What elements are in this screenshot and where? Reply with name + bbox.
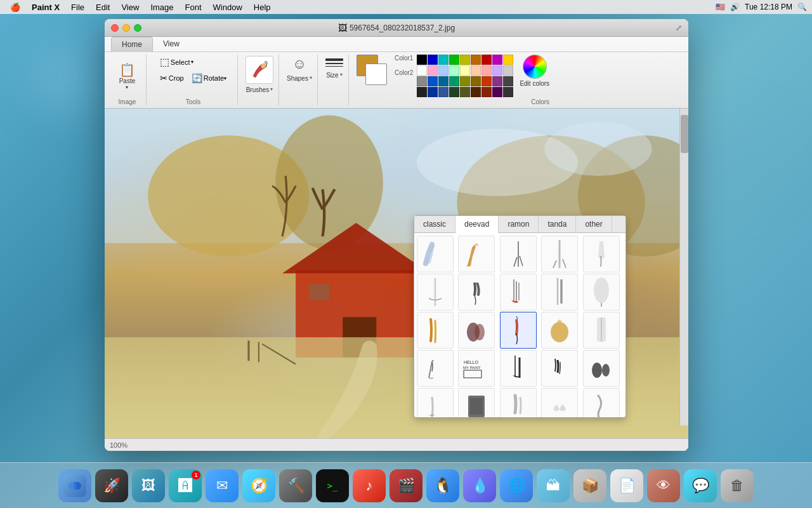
dock-item-launchpad[interactable]: 🚀: [95, 469, 128, 502]
dock-item-messages[interactable]: 💬: [684, 469, 717, 502]
color-grey-dk[interactable]: [503, 76, 513, 86]
color-grey-lt[interactable]: [503, 65, 513, 76]
brush-cell-1[interactable]: [417, 236, 454, 272]
shapes-panel[interactable]: ☺ Shapes ▾: [282, 55, 318, 105]
brush-cell-23[interactable]: [500, 388, 537, 417]
brush-cell-15[interactable]: [583, 312, 620, 349]
dock-item-browse[interactable]: 🌐: [500, 469, 533, 502]
brush-cell-5[interactable]: [583, 236, 620, 272]
menu-image[interactable]: Image: [145, 0, 178, 14]
color-charcoal[interactable]: [503, 87, 513, 97]
dock-item-photos[interactable]: 🖼: [132, 469, 165, 502]
brush-cell-9[interactable]: [541, 274, 578, 311]
color-teal-dk[interactable]: [438, 76, 449, 86]
color-pink-lt[interactable]: [428, 65, 438, 76]
color-olive-md[interactable]: [460, 76, 470, 86]
color-lavender[interactable]: [492, 65, 502, 76]
brushes-panel[interactable]: Brushes ▾: [240, 55, 279, 105]
dock-item-xcode[interactable]: 🔨: [279, 469, 312, 502]
color-magenta-dark[interactable]: [492, 55, 502, 65]
color-yellow-gold[interactable]: [503, 55, 513, 65]
color-purple-md[interactable]: [492, 76, 502, 86]
brush-cell-8[interactable]: [500, 274, 537, 311]
brush-cell-11[interactable]: [417, 312, 454, 349]
brush-cell-16[interactable]: [417, 350, 454, 387]
menu-help[interactable]: Help: [249, 0, 276, 14]
color-red-dark[interactable]: [481, 55, 492, 65]
color-brown-md[interactable]: [471, 76, 481, 86]
color-orange-dark[interactable]: [471, 55, 481, 65]
color-red-lt[interactable]: [481, 65, 492, 76]
dock-item-screen[interactable]: 🏔: [537, 469, 570, 502]
menu-edit[interactable]: Edit: [91, 0, 115, 14]
dock-item-dvd[interactable]: 🎬: [390, 469, 422, 502]
apple-menu[interactable]: 🍎: [5, 0, 25, 14]
brush-cell-7[interactable]: [458, 274, 495, 311]
brush-cell-2[interactable]: [458, 236, 495, 272]
color-cyan[interactable]: [438, 55, 449, 65]
size-panel[interactable]: Size ▾: [320, 55, 349, 105]
close-button[interactable]: [111, 24, 119, 32]
brush-tab-tanda[interactable]: tanda: [539, 216, 576, 232]
color-peach[interactable]: [471, 65, 481, 76]
color-green-md[interactable]: [449, 76, 459, 86]
brush-cell-20[interactable]: [583, 350, 620, 387]
dock-item-preview[interactable]: 👁: [647, 469, 680, 502]
color-maroon[interactable]: [481, 87, 492, 97]
maximize-button[interactable]: [134, 24, 141, 32]
brush-tab-other[interactable]: other: [576, 216, 612, 232]
dock-item-trash[interactable]: 🗑: [721, 469, 754, 502]
brush-cell-25[interactable]: [583, 388, 620, 417]
color-blue-lt[interactable]: [438, 65, 449, 76]
rotate-button[interactable]: 🔄 Rotate ▾: [189, 72, 229, 84]
dock-item-appstore[interactable]: 🅰 1: [169, 469, 202, 502]
color-wheel[interactable]: [523, 55, 547, 79]
brush-cell-18[interactable]: [500, 350, 537, 387]
select-button[interactable]: ⬚ Select ▾: [157, 55, 197, 69]
brush-cell-22[interactable]: [458, 388, 495, 417]
dock-item-apps[interactable]: 📦: [573, 469, 606, 502]
volume-icon[interactable]: 🔊: [730, 3, 740, 11]
menu-window[interactable]: Window: [208, 0, 247, 14]
brush-cell-24[interactable]: [541, 388, 578, 417]
menu-font[interactable]: Font: [180, 0, 207, 14]
fullscreen-button[interactable]: ⤢: [676, 23, 682, 32]
menu-file[interactable]: File: [66, 0, 89, 14]
dock-item-document[interactable]: 📄: [610, 469, 643, 502]
edit-colors-button[interactable]: Edit colors: [520, 80, 549, 88]
crop-button[interactable]: ✂ Crop: [157, 72, 187, 84]
color-forest[interactable]: [449, 87, 459, 97]
dock-item-qq[interactable]: 🐧: [426, 469, 459, 502]
color-blue-md[interactable]: [428, 76, 438, 86]
dock-item-mail[interactable]: ✉: [206, 469, 239, 502]
color-red-md[interactable]: [481, 76, 492, 86]
brush-cell-12[interactable]: [458, 312, 495, 349]
color-brown-dk[interactable]: [471, 87, 481, 97]
minimize-button[interactable]: [122, 24, 130, 32]
canvas-area[interactable]: classic deevad ramon tanda other: [105, 109, 688, 438]
dock-item-terminal[interactable]: >_: [316, 469, 349, 502]
color-blue[interactable]: [428, 55, 438, 65]
color-green[interactable]: [449, 55, 459, 65]
color-khaki-dk[interactable]: [460, 87, 470, 97]
tab-view[interactable]: View: [153, 37, 190, 51]
brush-cell-3[interactable]: [500, 236, 537, 272]
color-grey-md[interactable]: [417, 76, 427, 86]
dock-item-music[interactable]: ♪: [353, 469, 386, 502]
color-black[interactable]: [417, 55, 427, 65]
brush-cell-21[interactable]: [417, 388, 454, 417]
color-white[interactable]: [417, 65, 427, 76]
brush-cell-4[interactable]: [541, 236, 578, 272]
color-purple-dk[interactable]: [492, 87, 502, 97]
color2-swatch[interactable]: [365, 64, 387, 85]
brush-cell-13[interactable]: [500, 312, 537, 349]
search-icon[interactable]: 🔍: [797, 3, 807, 11]
dock-item-finder[interactable]: [58, 469, 91, 502]
paste-button[interactable]: 📋 Paste ▾: [115, 60, 140, 93]
color-blue-dk[interactable]: [438, 87, 449, 97]
brush-cell-10[interactable]: [583, 274, 620, 311]
color-mint[interactable]: [449, 65, 459, 76]
dock-item-safari[interactable]: 🧭: [242, 469, 275, 502]
dock-item-fluid[interactable]: 💧: [463, 469, 496, 502]
brush-tab-deevad[interactable]: deevad: [455, 216, 499, 233]
